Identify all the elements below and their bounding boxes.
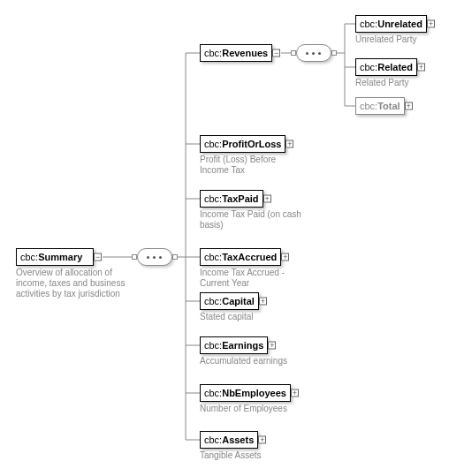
node-taxaccrued-desc: Income Tax Accrued - Current Year xyxy=(200,268,306,289)
node-total[interactable]: cbc:Total + xyxy=(355,97,405,115)
prefix: cbc: xyxy=(20,252,38,262)
node-earnings-desc: Accumulated earnings xyxy=(200,356,306,366)
expand-icon[interactable]: − xyxy=(272,49,280,57)
element-name: ProfitOrLoss xyxy=(222,139,281,149)
prefix: cbc: xyxy=(204,193,222,204)
node-profitorloss[interactable]: cbc:ProfitOrLoss + xyxy=(200,135,285,153)
prefix: cbc: xyxy=(204,252,222,262)
element-name: NbEmployees xyxy=(222,388,286,398)
element-name: Capital xyxy=(222,296,255,306)
node-earnings[interactable]: cbc:Earnings + xyxy=(200,336,268,354)
element-name: Assets xyxy=(222,434,254,445)
sequence-compositor[interactable] xyxy=(137,248,172,266)
element-name: TaxAccrued xyxy=(222,252,277,262)
expand-icon[interactable]: + xyxy=(291,389,299,397)
seq-port-left xyxy=(132,254,137,260)
sequence-compositor-revenues[interactable] xyxy=(296,44,331,62)
node-nbemployees[interactable]: cbc:NbEmployees + xyxy=(200,384,291,402)
node-revenues[interactable]: cbc:Revenues − xyxy=(200,44,272,62)
node-taxpaid-desc: Income Tax Paid (on cash basis) xyxy=(200,209,306,230)
seq-port-right xyxy=(172,254,178,260)
element-name: Earnings xyxy=(222,340,263,351)
expand-icon[interactable]: + xyxy=(285,140,293,148)
seq-port-right xyxy=(331,50,337,56)
node-capital-desc: Stated capital xyxy=(200,312,306,322)
node-assets[interactable]: cbc:Assets + xyxy=(200,431,258,449)
prefix: cbc: xyxy=(204,48,222,58)
diagram-canvas: cbc:Summary − Overview of allocation of … xyxy=(0,0,449,476)
seq-port-left xyxy=(291,50,296,56)
expand-icon[interactable]: + xyxy=(263,195,271,203)
node-taxaccrued[interactable]: cbc:TaxAccrued + xyxy=(200,248,281,266)
node-summary[interactable]: cbc:Summary − xyxy=(16,248,94,266)
expand-icon[interactable]: + xyxy=(259,298,267,306)
node-taxpaid[interactable]: cbc:TaxPaid + xyxy=(200,190,263,208)
node-profitorloss-desc: Profit (Loss) Before Income Tax xyxy=(200,155,306,176)
node-summary-desc: Overview of allocation of income, taxes … xyxy=(16,268,131,299)
prefix: cbc: xyxy=(360,62,377,72)
prefix: cbc: xyxy=(360,19,377,29)
prefix: cbc: xyxy=(360,101,377,111)
expand-icon[interactable]: − xyxy=(94,253,102,261)
node-unrelated[interactable]: cbc:Unrelated + xyxy=(355,15,427,33)
element-name: Unrelated xyxy=(377,19,422,29)
node-nbemployees-desc: Number of Employees xyxy=(200,404,306,414)
element-name: Related xyxy=(377,62,413,72)
expand-icon[interactable]: + xyxy=(258,436,266,444)
element-name: TaxPaid xyxy=(222,193,258,204)
node-capital[interactable]: cbc:Capital + xyxy=(200,292,259,310)
node-assets-desc: Tangible Assets xyxy=(200,450,306,461)
element-name: Total xyxy=(377,101,400,111)
prefix: cbc: xyxy=(204,388,222,398)
prefix: cbc: xyxy=(204,296,222,306)
prefix: cbc: xyxy=(204,340,222,351)
prefix: cbc: xyxy=(204,139,222,149)
expand-icon[interactable]: + xyxy=(405,102,413,110)
expand-icon[interactable]: + xyxy=(281,253,289,261)
expand-icon[interactable]: + xyxy=(427,20,435,28)
element-name: Revenues xyxy=(222,48,268,58)
expand-icon[interactable]: + xyxy=(268,342,276,350)
element-name: Summary xyxy=(38,252,82,262)
node-unrelated-desc: Unrelated Party xyxy=(355,34,416,45)
node-related[interactable]: cbc:Related + xyxy=(355,58,417,76)
node-related-desc: Related Party xyxy=(355,78,409,88)
expand-icon[interactable]: + xyxy=(417,64,425,72)
prefix: cbc: xyxy=(204,434,222,445)
